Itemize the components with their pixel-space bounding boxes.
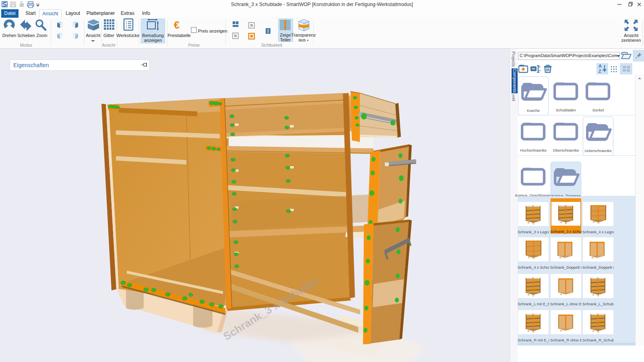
svg-text:A: A xyxy=(599,64,602,68)
svg-text:€: € xyxy=(174,19,180,31)
svg-text:Z: Z xyxy=(599,69,601,74)
